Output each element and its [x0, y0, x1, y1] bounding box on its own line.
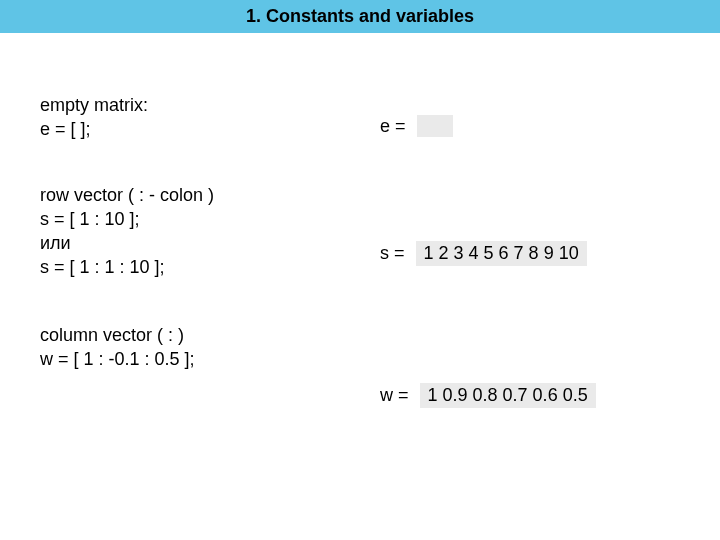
result-column-vector: w = 1 0.9 0.8 0.7 0.6 0.5 [380, 383, 700, 408]
page-title: 1. Constants and variables [0, 0, 720, 33]
code-line: или [40, 231, 380, 255]
result-label: w = [380, 385, 409, 406]
result-value: 1 2 3 4 5 6 7 8 9 10 [416, 241, 587, 266]
heading: empty matrix: [40, 93, 380, 117]
code-line: s = [ 1 : 1 : 10 ]; [40, 255, 380, 279]
result-row-vector: s = 1 2 3 4 5 6 7 8 9 10 [380, 241, 700, 266]
code-line: s = [ 1 : 10 ]; [40, 207, 380, 231]
heading: row vector ( : - colon ) [40, 183, 380, 207]
result-label: s = [380, 243, 405, 264]
code-line: e = [ ]; [40, 117, 380, 141]
result-empty-matrix: e = [380, 115, 700, 137]
result-value [417, 115, 453, 137]
result-value: 1 0.9 0.8 0.7 0.6 0.5 [420, 383, 596, 408]
code-line: w = [ 1 : -0.1 : 0.5 ]; [40, 347, 380, 371]
block-column-vector: column vector ( : ) w = [ 1 : -0.1 : 0.5… [40, 323, 380, 371]
heading: column vector ( : ) [40, 323, 380, 347]
block-empty-matrix: empty matrix: e = [ ]; [40, 93, 380, 141]
block-row-vector: row vector ( : - colon ) s = [ 1 : 10 ];… [40, 183, 380, 279]
result-label: e = [380, 116, 406, 137]
